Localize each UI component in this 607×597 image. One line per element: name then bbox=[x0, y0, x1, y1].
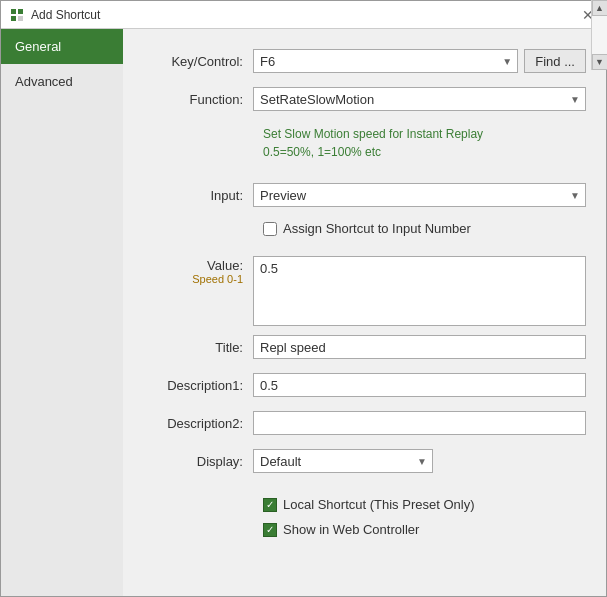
app-icon bbox=[9, 7, 25, 23]
main-content: Key/Control: F6 ▼ Find ... Function: Set… bbox=[123, 29, 606, 596]
assign-shortcut-label[interactable]: Assign Shortcut to Input Number bbox=[283, 221, 471, 236]
description1-row: Description1: bbox=[143, 373, 586, 397]
function-hint: Set Slow Motion speed for Instant Replay… bbox=[263, 125, 586, 161]
sidebar-item-advanced[interactable]: Advanced bbox=[1, 64, 123, 99]
find-button[interactable]: Find ... bbox=[524, 49, 586, 73]
title-input[interactable] bbox=[253, 335, 586, 359]
input-label: Input: bbox=[143, 188, 253, 203]
value-textarea-wrapper: 0.5 bbox=[253, 256, 586, 329]
scroll-down-icon[interactable]: ▼ bbox=[592, 54, 607, 70]
svg-rect-1 bbox=[18, 9, 23, 14]
input-row: Input: Preview ▼ bbox=[143, 183, 586, 207]
svg-rect-3 bbox=[18, 16, 23, 21]
assign-shortcut-row: Assign Shortcut to Input Number bbox=[263, 221, 586, 236]
assign-shortcut-checkbox[interactable] bbox=[263, 222, 277, 236]
value-scrollbar[interactable]: ▲ ▼ bbox=[591, 29, 606, 70]
svg-rect-2 bbox=[11, 16, 16, 21]
function-select[interactable]: SetRateSlowMotion bbox=[253, 87, 586, 111]
show-web-label[interactable]: Show in Web Controller bbox=[283, 522, 419, 537]
svg-rect-0 bbox=[11, 9, 16, 14]
title-label: Title: bbox=[143, 340, 253, 355]
title-row: Title: bbox=[143, 335, 586, 359]
local-shortcut-checkbox-checked[interactable] bbox=[263, 498, 277, 512]
show-web-row: Show in Web Controller bbox=[263, 522, 586, 537]
title-bar: Add Shortcut ✕ bbox=[1, 1, 606, 29]
content-area: General Advanced Key/Control: F6 ▼ Find … bbox=[1, 29, 606, 596]
key-control-select[interactable]: F6 bbox=[253, 49, 518, 73]
description1-label: Description1: bbox=[143, 378, 253, 393]
key-control-select-wrapper: F6 ▼ bbox=[253, 49, 518, 73]
key-control-row: Key/Control: F6 ▼ Find ... bbox=[143, 49, 586, 73]
sidebar-item-general[interactable]: General bbox=[1, 29, 123, 64]
input-select[interactable]: Preview bbox=[253, 183, 586, 207]
function-row: Function: SetRateSlowMotion ▼ bbox=[143, 87, 586, 111]
display-select[interactable]: Default None Title Description bbox=[253, 449, 433, 473]
function-select-wrapper: SetRateSlowMotion ▼ bbox=[253, 87, 586, 111]
description2-input[interactable] bbox=[253, 411, 586, 435]
window-title: Add Shortcut bbox=[31, 8, 578, 22]
function-label: Function: bbox=[143, 92, 253, 107]
description1-input[interactable] bbox=[253, 373, 586, 397]
description2-label: Description2: bbox=[143, 416, 253, 431]
value-row: Value: Speed 0-1 0.5 ▲ ▼ bbox=[143, 256, 586, 329]
value-label: Value: bbox=[207, 258, 243, 273]
value-textarea[interactable]: 0.5 bbox=[253, 256, 586, 326]
display-select-wrapper: Default None Title Description ▼ bbox=[253, 449, 433, 473]
display-row: Display: Default None Title Description … bbox=[143, 449, 586, 473]
local-shortcut-row: Local Shortcut (This Preset Only) bbox=[263, 497, 586, 512]
scroll-track bbox=[592, 29, 606, 54]
local-shortcut-label[interactable]: Local Shortcut (This Preset Only) bbox=[283, 497, 474, 512]
display-label: Display: bbox=[143, 454, 253, 469]
sidebar: General Advanced bbox=[1, 29, 123, 596]
input-select-wrapper: Preview ▼ bbox=[253, 183, 586, 207]
description2-row: Description2: bbox=[143, 411, 586, 435]
show-web-checkbox-checked[interactable] bbox=[263, 523, 277, 537]
value-sublabel: Speed 0-1 bbox=[192, 273, 243, 285]
key-control-label: Key/Control: bbox=[143, 54, 253, 69]
window: Add Shortcut ✕ General Advanced Key/Cont… bbox=[0, 0, 607, 597]
